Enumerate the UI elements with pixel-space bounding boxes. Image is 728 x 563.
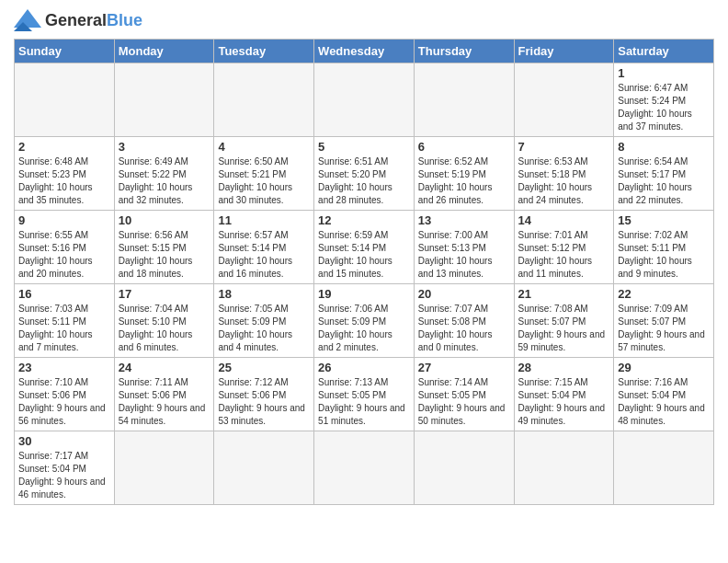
day-info: Sunrise: 6:50 AM Sunset: 5:21 PM Dayligh… <box>218 155 310 207</box>
day-info: Sunrise: 7:04 AM Sunset: 5:10 PM Dayligh… <box>119 303 210 354</box>
calendar-cell <box>414 431 514 505</box>
day-info: Sunrise: 7:11 AM Sunset: 5:06 PM Dayligh… <box>119 376 210 428</box>
day-info: Sunrise: 6:52 AM Sunset: 5:19 PM Dayligh… <box>418 155 510 207</box>
calendar-cell: 2Sunrise: 6:48 AM Sunset: 5:23 PM Daylig… <box>15 137 115 211</box>
calendar-week-5: 23Sunrise: 7:10 AM Sunset: 5:06 PM Dayli… <box>15 358 714 431</box>
calendar-cell <box>114 431 214 505</box>
day-number: 10 <box>119 213 210 227</box>
day-number: 5 <box>318 140 410 154</box>
day-info: Sunrise: 7:12 AM Sunset: 5:06 PM Dayligh… <box>218 376 310 428</box>
col-header-sunday: Sunday <box>15 40 115 63</box>
calendar-cell: 23Sunrise: 7:10 AM Sunset: 5:06 PM Dayli… <box>15 358 115 431</box>
calendar-cell: 22Sunrise: 7:09 AM Sunset: 5:07 PM Dayli… <box>614 284 714 358</box>
day-number: 6 <box>418 140 510 154</box>
calendar-cell: 20Sunrise: 7:07 AM Sunset: 5:08 PM Dayli… <box>414 284 514 358</box>
svg-marker-0 <box>14 9 41 28</box>
day-number: 14 <box>518 213 610 227</box>
calendar-cell <box>214 431 314 505</box>
logo-icon <box>14 9 41 31</box>
day-info: Sunrise: 7:01 AM Sunset: 5:12 PM Dayligh… <box>518 229 610 281</box>
day-info: Sunrise: 7:10 AM Sunset: 5:06 PM Dayligh… <box>18 376 110 428</box>
day-info: Sunrise: 7:00 AM Sunset: 5:13 PM Dayligh… <box>418 229 510 281</box>
day-info: Sunrise: 6:56 AM Sunset: 5:15 PM Dayligh… <box>119 229 210 281</box>
day-number: 17 <box>119 287 210 301</box>
calendar-cell: 1Sunrise: 6:47 AM Sunset: 5:24 PM Daylig… <box>614 63 714 137</box>
col-header-monday: Monday <box>114 40 214 63</box>
day-info: Sunrise: 6:55 AM Sunset: 5:16 PM Dayligh… <box>18 229 110 281</box>
day-number: 8 <box>618 140 710 154</box>
day-number: 16 <box>18 287 110 301</box>
calendar-cell <box>114 63 214 137</box>
day-info: Sunrise: 6:54 AM Sunset: 5:17 PM Dayligh… <box>618 155 710 207</box>
calendar-week-6: 30Sunrise: 7:17 AM Sunset: 5:04 PM Dayli… <box>15 431 714 505</box>
calendar-cell: 6Sunrise: 6:52 AM Sunset: 5:19 PM Daylig… <box>414 137 514 211</box>
calendar-cell: 13Sunrise: 7:00 AM Sunset: 5:13 PM Dayli… <box>414 211 514 284</box>
calendar-table: SundayMondayTuesdayWednesdayThursdayFrid… <box>14 39 714 505</box>
day-info: Sunrise: 7:08 AM Sunset: 5:07 PM Dayligh… <box>518 303 610 354</box>
day-number: 9 <box>18 213 110 227</box>
day-info: Sunrise: 7:16 AM Sunset: 5:04 PM Dayligh… <box>618 376 710 428</box>
day-number: 26 <box>318 361 410 374</box>
day-info: Sunrise: 7:09 AM Sunset: 5:07 PM Dayligh… <box>618 303 710 354</box>
calendar-cell: 30Sunrise: 7:17 AM Sunset: 5:04 PM Dayli… <box>15 431 115 505</box>
calendar-cell: 15Sunrise: 7:02 AM Sunset: 5:11 PM Dayli… <box>614 211 714 284</box>
day-number: 24 <box>119 361 210 374</box>
day-info: Sunrise: 6:48 AM Sunset: 5:23 PM Dayligh… <box>18 155 110 207</box>
day-info: Sunrise: 7:03 AM Sunset: 5:11 PM Dayligh… <box>18 303 110 354</box>
day-number: 4 <box>218 140 310 154</box>
day-info: Sunrise: 6:51 AM Sunset: 5:20 PM Dayligh… <box>318 155 410 207</box>
day-info: Sunrise: 6:47 AM Sunset: 5:24 PM Dayligh… <box>618 82 710 133</box>
header: GeneralBlue <box>14 9 714 31</box>
day-number: 27 <box>418 361 510 374</box>
calendar-cell: 3Sunrise: 6:49 AM Sunset: 5:22 PM Daylig… <box>114 137 214 211</box>
day-info: Sunrise: 7:15 AM Sunset: 5:04 PM Dayligh… <box>518 376 610 428</box>
page: GeneralBlue SundayMondayTuesdayWednesday… <box>0 0 728 514</box>
day-number: 3 <box>119 140 210 154</box>
logo-text: GeneralBlue <box>45 11 142 30</box>
calendar-cell: 21Sunrise: 7:08 AM Sunset: 5:07 PM Dayli… <box>514 284 614 358</box>
logo: GeneralBlue <box>14 9 142 31</box>
day-number: 7 <box>518 140 610 154</box>
day-info: Sunrise: 7:13 AM Sunset: 5:05 PM Dayligh… <box>318 376 410 428</box>
day-number: 15 <box>618 213 710 227</box>
calendar-cell: 27Sunrise: 7:14 AM Sunset: 5:05 PM Dayli… <box>414 358 514 431</box>
day-info: Sunrise: 7:14 AM Sunset: 5:05 PM Dayligh… <box>418 376 510 428</box>
calendar-cell: 10Sunrise: 6:56 AM Sunset: 5:15 PM Dayli… <box>114 211 214 284</box>
day-number: 11 <box>218 213 310 227</box>
calendar-cell: 24Sunrise: 7:11 AM Sunset: 5:06 PM Dayli… <box>114 358 214 431</box>
day-info: Sunrise: 6:59 AM Sunset: 5:14 PM Dayligh… <box>318 229 410 281</box>
col-header-saturday: Saturday <box>614 40 714 63</box>
day-number: 2 <box>18 140 110 154</box>
day-number: 30 <box>18 434 110 448</box>
day-number: 21 <box>518 287 610 301</box>
day-info: Sunrise: 6:49 AM Sunset: 5:22 PM Dayligh… <box>119 155 210 207</box>
day-info: Sunrise: 7:07 AM Sunset: 5:08 PM Dayligh… <box>418 303 510 354</box>
day-number: 12 <box>318 213 410 227</box>
day-number: 19 <box>318 287 410 301</box>
day-info: Sunrise: 6:53 AM Sunset: 5:18 PM Dayligh… <box>518 155 610 207</box>
day-info: Sunrise: 7:02 AM Sunset: 5:11 PM Dayligh… <box>618 229 710 281</box>
day-number: 23 <box>18 361 110 374</box>
day-number: 18 <box>218 287 310 301</box>
calendar-cell: 26Sunrise: 7:13 AM Sunset: 5:05 PM Dayli… <box>314 358 415 431</box>
calendar-cell: 25Sunrise: 7:12 AM Sunset: 5:06 PM Dayli… <box>214 358 314 431</box>
calendar-cell: 7Sunrise: 6:53 AM Sunset: 5:18 PM Daylig… <box>514 137 614 211</box>
calendar-cell <box>514 431 614 505</box>
calendar-week-1: 1Sunrise: 6:47 AM Sunset: 5:24 PM Daylig… <box>15 63 714 137</box>
calendar-week-2: 2Sunrise: 6:48 AM Sunset: 5:23 PM Daylig… <box>15 137 714 211</box>
col-header-friday: Friday <box>514 40 614 63</box>
calendar-cell <box>15 63 115 137</box>
calendar-cell <box>214 63 314 137</box>
day-info: Sunrise: 7:05 AM Sunset: 5:09 PM Dayligh… <box>218 303 310 354</box>
calendar-cell <box>314 63 415 137</box>
col-header-wednesday: Wednesday <box>314 40 415 63</box>
calendar-cell <box>614 431 714 505</box>
day-number: 22 <box>618 287 710 301</box>
day-number: 25 <box>218 361 310 374</box>
day-number: 1 <box>618 66 710 80</box>
calendar-cell: 18Sunrise: 7:05 AM Sunset: 5:09 PM Dayli… <box>214 284 314 358</box>
day-info: Sunrise: 6:57 AM Sunset: 5:14 PM Dayligh… <box>218 229 310 281</box>
calendar-cell: 11Sunrise: 6:57 AM Sunset: 5:14 PM Dayli… <box>214 211 314 284</box>
calendar-header-row: SundayMondayTuesdayWednesdayThursdayFrid… <box>15 40 714 63</box>
col-header-tuesday: Tuesday <box>214 40 314 63</box>
